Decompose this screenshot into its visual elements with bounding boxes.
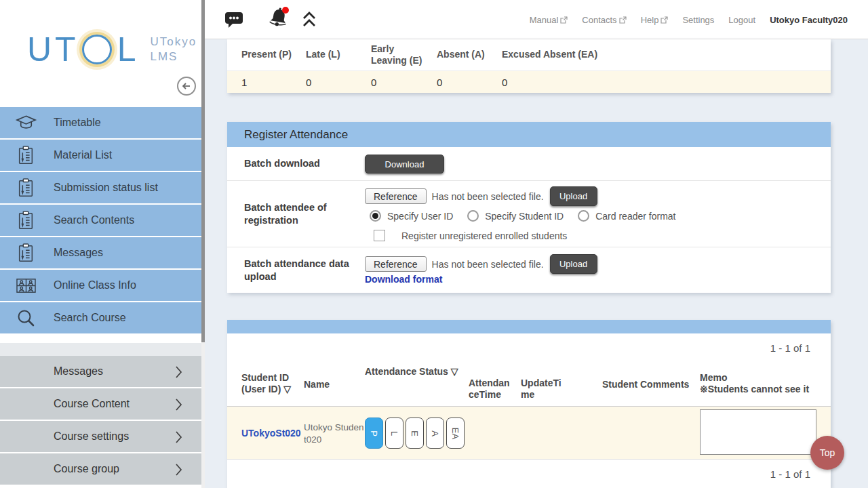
status-button-late[interactable]: L <box>385 418 403 449</box>
summary-header-present: Present (P) <box>241 49 306 61</box>
sidebar-item-timetable[interactable]: Timetable <box>0 107 201 140</box>
radio-specify-student-id[interactable] <box>467 210 479 222</box>
attendance-summary-table: Present (P) Late (L) Early Leaving (E) A… <box>227 39 831 93</box>
attendance-time-header: AttendanceTime <box>469 378 512 401</box>
external-link-icon <box>619 16 627 24</box>
upload-button[interactable]: Upload <box>550 186 597 206</box>
register-attendance-panel: Register Attendance Batch download Downl… <box>227 122 831 293</box>
topbar-menu: Manual Contacts Help S <box>530 0 848 39</box>
student-comments-header: Student Comments <box>602 379 689 390</box>
chevron-right-icon <box>174 430 182 444</box>
notification-bell-icon[interactable] <box>267 5 292 31</box>
no-file-text: Has not been selected file. <box>432 191 544 202</box>
summary-value-excused-absent: 0 <box>502 77 637 88</box>
status-button-excused-absent[interactable]: EA <box>446 418 465 449</box>
student-id-link[interactable]: UTokyoSt020 <box>241 428 301 439</box>
summary-header-absent: Absent (A) <box>437 49 502 61</box>
clipboard-icon <box>14 145 37 165</box>
name-header: Name <box>304 379 330 390</box>
student-list-panel: 1 - 1 of 1 Student ID (User ID) ▽ Name A… <box>227 320 831 488</box>
collapse-up-icon[interactable] <box>301 11 317 28</box>
summary-header-early-leaving: Early Leaving (E) <box>371 43 437 67</box>
register-attendance-header: Register Attendance <box>227 122 831 147</box>
student-table-row: UTokyoSt020 Utokyo Student020 P L E A <box>227 407 831 460</box>
manual-link[interactable]: Manual <box>530 15 568 25</box>
student-table-header: Student ID (User ID) ▽ Name Attendance S… <box>227 363 831 407</box>
status-button-early-leaving[interactable]: E <box>406 418 424 449</box>
search-icon <box>14 308 37 328</box>
sidebar-collapse-button[interactable] <box>177 77 196 96</box>
batch-attendance-label: Batch attendance data upload <box>227 247 365 293</box>
checkbox-label: Register unregistered enrolled students <box>401 230 567 241</box>
chat-icon[interactable] <box>224 12 243 29</box>
chevron-right-icon <box>174 365 182 379</box>
reference-button[interactable]: Reference <box>365 188 427 204</box>
logout-link[interactable]: Logout <box>728 15 755 25</box>
batch-attendee-label: Batch attendee of registration <box>227 181 365 247</box>
sidebar-item-online-class-info[interactable]: Online Class Info <box>0 270 201 302</box>
clipboard-icon <box>14 243 37 263</box>
sidebar-main-nav: Timetable Material List <box>0 107 201 335</box>
register-unregistered-checkbox[interactable] <box>374 230 385 241</box>
settings-link[interactable]: Settings <box>682 15 714 25</box>
batch-download-label: Batch download <box>227 147 365 180</box>
sidebar-item-course-group[interactable]: Course group <box>0 453 201 486</box>
logo-text-ut: UT <box>27 33 79 66</box>
download-format-link[interactable]: Download format <box>365 274 442 285</box>
sidebar-item-submission-status-list[interactable]: Submission status list <box>0 172 201 205</box>
sidebar: UT L UTokyo LMS Timeta <box>0 0 205 488</box>
summary-value-present: 1 <box>241 77 306 88</box>
status-button-present[interactable]: P <box>365 418 383 449</box>
username-label: Utokyo Faculty020 <box>770 15 848 25</box>
topbar: Manual Contacts Help S <box>205 0 868 39</box>
batch-attendance-upload-row: Batch attendance data upload Reference H… <box>227 247 831 293</box>
student-panel-header-bar <box>227 320 831 333</box>
radio-card-reader-format[interactable] <box>578 210 589 222</box>
sidebar-item-course-settings[interactable]: Course settings <box>0 421 201 453</box>
batch-attendee-row: Batch attendee of registration Reference… <box>227 181 831 247</box>
sidebar-item-course-content[interactable]: Course Content <box>0 388 201 421</box>
summary-value-late: 0 <box>306 77 371 88</box>
attendance-status-sort-header[interactable]: Attendance Status ▽ <box>365 366 458 378</box>
download-button[interactable]: Download <box>365 155 444 174</box>
sidebar-section-divider <box>0 343 201 356</box>
status-button-absent[interactable]: A <box>426 418 444 449</box>
graduation-cap-icon <box>14 113 37 132</box>
video-grid-icon <box>14 277 37 295</box>
update-time-header: UpdateTime <box>521 378 567 401</box>
summary-header-row: Present (P) Late (L) Early Leaving (E) A… <box>227 39 831 71</box>
clipboard-icon <box>14 210 37 230</box>
summary-value-row: 1 0 0 0 0 <box>227 71 831 93</box>
external-link-icon <box>660 16 668 24</box>
contacts-link[interactable]: Contacts <box>582 15 626 25</box>
result-count: 1 - 1 of 1 <box>770 342 810 354</box>
sidebar-item-search-contents[interactable]: Search Contents <box>0 205 201 237</box>
help-link[interactable]: Help <box>641 15 669 25</box>
summary-header-excused-absent: Excused Absent (EA) <box>502 49 637 61</box>
attendance-status-buttons: P L E A EA <box>365 418 465 449</box>
upload-button[interactable]: Upload <box>550 254 597 274</box>
external-link-icon <box>560 16 568 24</box>
logo-subtitle: UTokyo LMS <box>150 35 197 64</box>
clipboard-icon <box>14 178 37 198</box>
id-format-radio-group: Specify User ID Specify Student ID Card … <box>370 210 684 222</box>
radio-specify-user-id[interactable] <box>370 210 381 222</box>
sidebar-course-nav: Messages Course Content Course settings … <box>0 356 201 486</box>
reference-button[interactable]: Reference <box>365 256 427 272</box>
sidebar-item-messages[interactable]: Messages <box>0 237 201 270</box>
sidebar-item-search-course[interactable]: Search Course <box>0 302 201 335</box>
sidebar-item-material-list[interactable]: Material List <box>0 140 201 172</box>
sidebar-item-course-messages[interactable]: Messages <box>0 356 201 388</box>
memo-textarea[interactable] <box>700 409 816 455</box>
result-count: 1 - 1 of 1 <box>770 468 810 480</box>
student-name: Utokyo Student020 <box>304 422 365 445</box>
student-id-sort-header[interactable]: Student ID (User ID) ▽ <box>241 372 291 395</box>
memo-header: Memo ※Students cannot see it <box>700 372 809 395</box>
no-file-text: Has not been selected file. <box>432 259 544 270</box>
chevron-right-icon <box>174 463 182 476</box>
summary-header-late: Late (L) <box>306 49 371 61</box>
panel-title: Register Attendance <box>244 128 348 142</box>
utol-lms-page: UT L UTokyo LMS Timeta <box>0 0 868 488</box>
arrow-left-icon <box>181 81 192 92</box>
scroll-to-top-button[interactable]: Top <box>810 436 844 470</box>
